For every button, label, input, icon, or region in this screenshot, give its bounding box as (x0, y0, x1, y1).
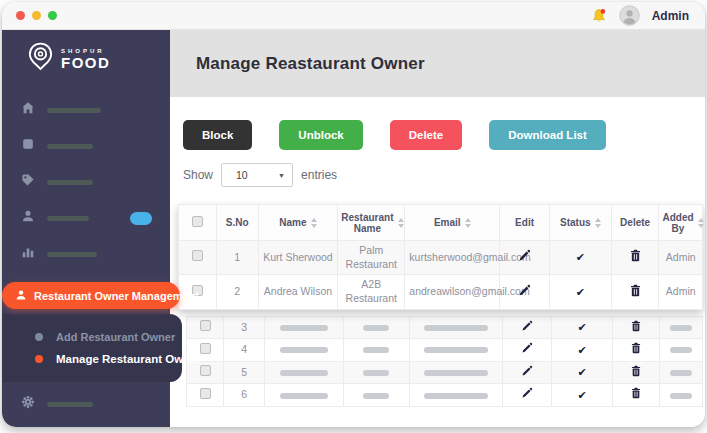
sidebar-item-restaurant-owner-management[interactable]: Restaurant Owner Management (2, 282, 180, 309)
select-all-checkbox[interactable] (192, 216, 203, 227)
chevron-down-icon: ▼ (278, 172, 285, 179)
table-row: 4 ✔ (187, 339, 703, 362)
row-checkbox[interactable] (192, 250, 203, 261)
status-active-check-icon[interactable]: ✔ (578, 321, 587, 333)
entries-selected-value: 10 (236, 169, 248, 181)
placeholder-bar (280, 347, 328, 353)
col-added-by[interactable]: Added By (659, 205, 703, 241)
sort-icon[interactable] (465, 218, 471, 228)
placeholder-bar (280, 370, 328, 376)
placeholder-bar (280, 393, 328, 399)
placeholder-bar (280, 325, 328, 331)
menu-placeholder-bar (47, 180, 93, 185)
sidebar-nav (2, 102, 170, 262)
entries-select[interactable]: 10 ▼ (221, 163, 293, 187)
entries-control: Show 10 ▼ entries (170, 150, 705, 187)
window-controls (16, 11, 57, 20)
notifications-bell-icon[interactable] (591, 8, 607, 24)
sidebar-item-offers[interactable] (2, 174, 170, 190)
brand-pin-icon (28, 42, 53, 76)
col-status[interactable]: Status (549, 205, 611, 241)
close-window-icon[interactable] (16, 11, 25, 20)
menu-placeholder-bar (47, 402, 93, 407)
placeholder-bar (363, 347, 389, 353)
home-icon (21, 101, 35, 119)
edit-pencil-icon[interactable] (521, 320, 533, 332)
table-header-row: S.No Name Restaurant Name Email Edit Sta… (179, 205, 703, 241)
edit-pencil-icon[interactable] (521, 365, 533, 377)
placeholder-bar (670, 325, 692, 331)
row-checkbox[interactable] (200, 388, 211, 399)
bulk-actions-toolbar: Block Unblock Delete Download List (170, 97, 705, 150)
placeholder-bar (363, 393, 389, 399)
edit-pencil-icon[interactable] (518, 284, 531, 297)
sidebar-item-reports[interactable] (2, 246, 170, 262)
sidebar-item-manage-restaurant-owner[interactable]: Manage Restaurant Owner (2, 348, 182, 370)
admin-menu-label[interactable]: Admin (652, 9, 689, 23)
sort-icon[interactable] (595, 218, 601, 228)
edit-pencil-icon[interactable] (521, 342, 533, 354)
dashboard-icon (21, 137, 35, 155)
edit-pencil-icon[interactable] (521, 387, 533, 399)
sidebar-item-home[interactable] (2, 102, 170, 118)
sno-cell: 2 (216, 275, 258, 309)
restaurant-cell: A2B Restaurant (338, 275, 405, 309)
sidebar-item-dashboard[interactable] (2, 138, 170, 154)
sidebar-item-settings[interactable] (2, 396, 170, 412)
table-row: 1 Kurt Sherwood Palm Restaurant kurtsher… (179, 241, 703, 275)
maximize-window-icon[interactable] (48, 11, 57, 20)
delete-trash-icon[interactable] (631, 342, 641, 354)
row-checkbox[interactable] (200, 320, 211, 331)
page-title: Manage Reastaurant Owner (196, 54, 425, 74)
placeholder-bar (670, 347, 692, 353)
sidebar-item-users[interactable] (2, 210, 170, 226)
col-sno: S.No (216, 205, 258, 241)
main-content: Manage Reastaurant Owner Block Unblock D… (170, 30, 705, 427)
col-email[interactable]: Email (405, 205, 500, 241)
table-row: 2 Andrea Wilson A2B Restaurant andreawil… (179, 275, 703, 309)
status-active-check-icon[interactable]: ✔ (578, 366, 587, 378)
status-active-check-icon[interactable]: ✔ (578, 389, 587, 401)
sort-icon[interactable] (698, 218, 704, 228)
person-icon (15, 289, 27, 303)
table-row: 3 ✔ (187, 316, 703, 339)
placeholder-bar (424, 370, 488, 376)
owners-table-placeholder-rows: 3 ✔ 4 (186, 316, 703, 408)
delete-trash-icon[interactable] (630, 284, 641, 297)
delete-trash-icon[interactable] (630, 249, 641, 262)
col-name[interactable]: Name (258, 205, 338, 241)
chart-icon (21, 245, 35, 263)
delete-button[interactable]: Delete (390, 120, 463, 150)
avatar[interactable] (619, 5, 640, 26)
table-row: 5 ✔ (187, 361, 703, 384)
col-restaurant-name[interactable]: Restaurant Name (338, 205, 405, 241)
minimize-window-icon[interactable] (32, 11, 41, 20)
entries-prefix-label: Show (183, 168, 213, 182)
placeholder-bar (363, 325, 389, 331)
edit-pencil-icon[interactable] (518, 249, 531, 262)
delete-trash-icon[interactable] (631, 365, 641, 377)
row-checkbox[interactable] (200, 365, 211, 376)
sidebar: SHOPUR FOOD (2, 30, 170, 427)
unblock-button[interactable]: Unblock (279, 120, 362, 150)
status-active-check-icon[interactable]: ✔ (578, 344, 587, 356)
sidebar-item-add-restaurant-owner[interactable]: Add Restaurant Owner (2, 326, 182, 348)
delete-trash-icon[interactable] (631, 387, 641, 399)
sort-icon[interactable] (398, 218, 404, 228)
download-list-button[interactable]: Download List (489, 120, 606, 150)
status-active-check-icon[interactable]: ✔ (576, 286, 585, 298)
delete-trash-icon[interactable] (631, 320, 641, 332)
active-item-label: Restaurant Owner Management (34, 290, 199, 302)
block-button[interactable]: Block (183, 120, 252, 150)
select-all-header (179, 205, 217, 241)
placeholder-bar (424, 325, 488, 331)
row-checkbox[interactable] (200, 343, 211, 354)
app-window: Admin SHOPUR FOOD (2, 2, 705, 427)
status-active-check-icon[interactable]: ✔ (576, 251, 585, 263)
menu-placeholder-bar (47, 252, 97, 257)
restaurant-cell: Palm Restaurant (338, 241, 405, 275)
window-titlebar: Admin (2, 2, 705, 30)
sno-cell: 5 (224, 361, 265, 384)
sort-icon[interactable] (311, 218, 317, 228)
submenu-label: Add Restaurant Owner (56, 331, 175, 343)
